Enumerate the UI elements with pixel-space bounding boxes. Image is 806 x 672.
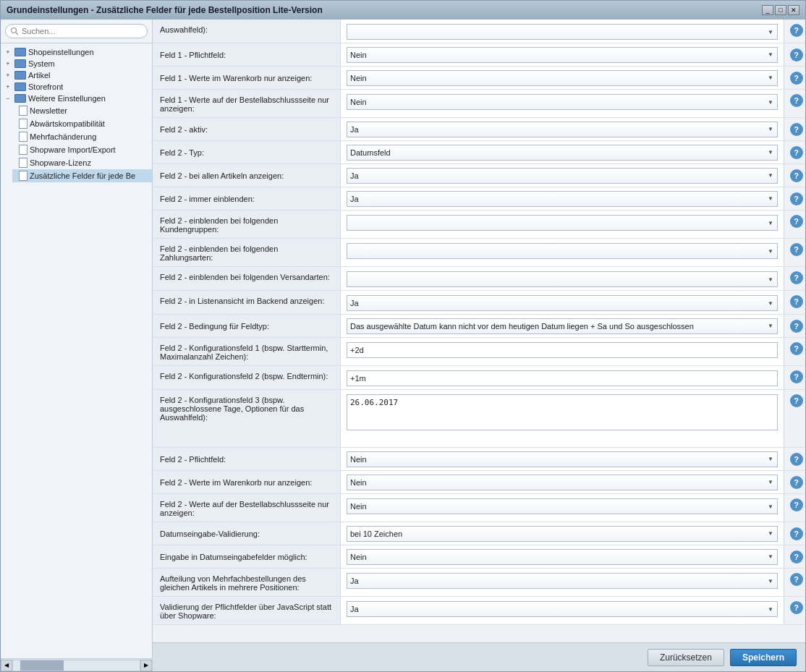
help-button[interactable]: ? (790, 453, 803, 466)
help-button[interactable]: ? (790, 295, 803, 308)
sidebar-item-newsletter[interactable]: Newsletter (12, 104, 152, 117)
feld2-bedingung-select[interactable]: Das ausgewählte Datum kann nicht vor dem… (347, 318, 778, 334)
help-button[interactable]: ? (790, 601, 803, 614)
footer: Zurücksetzen Speichern (153, 642, 805, 671)
search-box (1, 20, 152, 43)
maximize-button[interactable]: □ (775, 5, 786, 15)
sidebar-item-import[interactable]: Shopware Import/Export (12, 143, 152, 156)
help-button[interactable]: ? (790, 573, 803, 586)
feld2-alle-select[interactable]: JaNein (347, 168, 778, 184)
form-control-cell: Das ausgewählte Datum kann nicht vor dem… (341, 315, 784, 337)
help-col: ? (784, 545, 805, 568)
help-button[interactable]: ? (790, 72, 803, 85)
form-label: Feld 2 - Konfigurationsfeld 1 (bspw. Sta… (153, 338, 341, 365)
minimize-button[interactable]: _ (762, 5, 773, 15)
sidebar-item-artikel[interactable]: + Artikel (1, 69, 152, 81)
form-control-cell: JaNein (341, 118, 784, 140)
select-wrapper: JaNein (347, 295, 778, 311)
help-button[interactable]: ? (790, 370, 803, 383)
form-scroll[interactable]: Auswahlfeld): ? Feld 1 - Pflichtfeld: (153, 20, 805, 642)
auswahl-select[interactable] (347, 24, 778, 40)
file-icon (19, 119, 27, 129)
form-control-cell: NeinJa (341, 494, 784, 522)
feld2-typ-select[interactable]: DatumsfeldTextfeldAuswahlfeld (347, 145, 778, 161)
scroll-left-button[interactable]: ◀ (1, 660, 12, 671)
help-button[interactable]: ? (790, 169, 803, 182)
help-button[interactable]: ? (790, 320, 803, 333)
folder-icon (14, 59, 26, 68)
search-input[interactable] (5, 24, 148, 38)
help-button[interactable]: ? (790, 192, 803, 205)
form-control-cell (341, 20, 784, 43)
help-button[interactable]: ? (790, 527, 803, 540)
mehrfach-select[interactable]: JaNein (347, 573, 778, 589)
sidebar-item-lizenz[interactable]: Shopware-Lizenz (12, 156, 152, 169)
help-col: ? (784, 569, 805, 596)
sidebar-item-label: Artikel (28, 71, 51, 80)
feld1-warenkorb-select[interactable]: NeinJa (347, 70, 778, 86)
sidebar-item-abwaerts[interactable]: Abwärtskompatibilität (12, 117, 152, 130)
sidebar-item-storefront[interactable]: + Storefront (1, 81, 152, 93)
horizontal-scrollbar[interactable]: ◀ ▶ (1, 658, 152, 671)
sidebar-item-system[interactable]: + System (1, 58, 152, 69)
feld1-bestellabschluss-select[interactable]: NeinJa (347, 94, 778, 110)
sidebar-item-shopeinstellungen[interactable]: + Shopeinstellungen (1, 46, 152, 58)
js-validierung-select[interactable]: JaNein (347, 601, 778, 617)
help-col: ? (784, 597, 805, 624)
title-bar: Grundeinstellungen - Zusätzliche Felder … (1, 1, 805, 20)
feld2-pflicht-select[interactable]: NeinJa (347, 451, 778, 467)
file-icon (19, 106, 27, 116)
form-row: Feld 2 - bei allen Artikeln anzeigen: Ja… (153, 164, 805, 187)
help-button[interactable]: ? (790, 146, 803, 159)
select-wrapper: NeinJa (347, 475, 778, 490)
help-button[interactable]: ? (790, 24, 803, 37)
form-row: Feld 2 - Pflichtfeld: NeinJa ? (153, 448, 805, 471)
datum-validierung-select[interactable]: bei 10 Zeichen (347, 526, 778, 542)
help-button[interactable]: ? (790, 123, 803, 136)
help-button[interactable]: ? (790, 342, 803, 355)
help-button[interactable]: ? (790, 498, 803, 511)
sidebar-item-mehrfach[interactable]: Mehrfachänderung (12, 130, 152, 143)
sidebar-item-weitere[interactable]: − Weitere Einstellungen (1, 93, 152, 104)
form-label: Aufteilung von Mehrfachbestellungen des … (153, 569, 341, 596)
feld2-konfig3-textarea[interactable]: 26.06.2017 (347, 394, 778, 430)
feld2-bestellabschluss-select[interactable]: NeinJa (347, 498, 778, 514)
form-label: Feld 2 - Konfigurationsfeld 2 (bspw. End… (153, 366, 341, 389)
form-control-cell: JaNein (341, 597, 784, 624)
close-button[interactable]: ✕ (788, 5, 799, 15)
help-button[interactable]: ? (790, 271, 803, 284)
datum-eingabe-select[interactable]: NeinJa (347, 549, 778, 565)
feld2-warenkorb-select[interactable]: NeinJa (347, 475, 778, 490)
help-button[interactable]: ? (790, 394, 803, 407)
help-button[interactable]: ? (790, 550, 803, 563)
help-button[interactable]: ? (790, 243, 803, 256)
feld2-versandarten-select[interactable] (347, 271, 778, 287)
feld2-immer-select[interactable]: JaNein (347, 191, 778, 207)
form-label: Feld 2 - aktiv: (153, 118, 341, 140)
feld2-konfig2-input[interactable] (347, 370, 778, 386)
sidebar-item-zusaetzlich[interactable]: Zusätzliche Felder für jede Be (12, 169, 152, 182)
help-button[interactable]: ? (790, 94, 803, 107)
help-button[interactable]: ? (790, 215, 803, 228)
form-row: Feld 2 - Konfigurationsfeld 1 (bspw. Sta… (153, 338, 805, 366)
form-row: Aufteilung von Mehrfachbestellungen des … (153, 569, 805, 597)
select-wrapper: NeinJa (347, 451, 778, 467)
reset-button[interactable]: Zurücksetzen (648, 649, 724, 666)
folder-icon (14, 94, 26, 103)
form-control-cell (341, 267, 784, 290)
feld1-pflicht-select[interactable]: NeinJa (347, 47, 778, 63)
help-col: ? (784, 291, 805, 314)
feld2-aktiv-select[interactable]: JaNein (347, 122, 778, 137)
save-button[interactable]: Speichern (730, 649, 797, 666)
file-icon (19, 145, 27, 155)
select-wrapper: JaNein (347, 191, 778, 207)
feld2-backend-select[interactable]: JaNein (347, 295, 778, 311)
feld2-kundengruppen-select[interactable] (347, 215, 778, 231)
help-button[interactable]: ? (790, 48, 803, 61)
tree-children: Newsletter Abwärtskompatibilität Mehrfac… (1, 104, 152, 182)
help-button[interactable]: ? (790, 476, 803, 489)
form-row: Feld 2 - Konfigurationsfeld 2 (bspw. End… (153, 366, 805, 390)
feld2-zahlungsarten-select[interactable] (347, 243, 778, 259)
feld2-konfig1-input[interactable] (347, 342, 778, 358)
scroll-right-button[interactable]: ▶ (140, 660, 152, 671)
